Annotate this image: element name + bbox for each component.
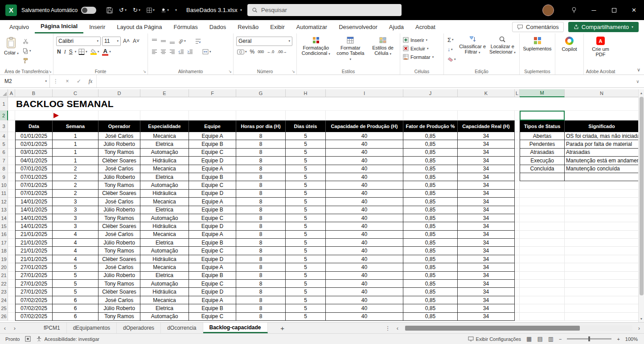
table-cell[interactable]: 40	[326, 206, 403, 214]
cell-A2[interactable]	[8, 111, 15, 120]
table-cell[interactable]: José Carlos	[98, 132, 140, 140]
table-cell[interactable]: Equipe C	[189, 214, 236, 222]
table-cell[interactable]: 03/01/2025	[15, 149, 53, 157]
table-cell[interactable]: 5	[286, 149, 326, 157]
table-cell[interactable]: 27/01/2025	[15, 272, 53, 280]
table-cell[interactable]: 8	[236, 255, 286, 263]
table-cell[interactable]: Tony Ramos	[98, 247, 140, 255]
table-cell[interactable]: 8	[236, 231, 286, 239]
table-cell[interactable]: 0,85	[403, 280, 458, 288]
cell-A19[interactable]	[8, 255, 15, 263]
format-painter-button[interactable]	[22, 57, 32, 65]
cell-L11[interactable]	[515, 190, 520, 198]
row-header-6[interactable]: 6	[0, 149, 8, 157]
cell-L3[interactable]	[515, 120, 520, 132]
table-cell[interactable]: Equipe D	[189, 255, 236, 263]
display-settings-button[interactable]: Exibir Configurações	[468, 336, 521, 342]
ribbon-tab-layout-da-p-gina[interactable]: Layout da Página	[111, 20, 168, 33]
table-cell[interactable]: Equipe A	[189, 165, 236, 173]
cell-C2[interactable]	[53, 111, 98, 120]
cell-N25[interactable]	[565, 304, 639, 312]
table-cell[interactable]: 1	[53, 149, 98, 157]
table-cell[interactable]: 1	[53, 132, 98, 140]
table-cell[interactable]: Tony Ramos	[98, 280, 140, 288]
insert-cells-button[interactable]: Inserir▾	[403, 36, 441, 44]
ribbon-tab-f-rmulas[interactable]: Fórmulas	[168, 20, 204, 33]
cell-L9[interactable]	[515, 173, 520, 181]
table-cell[interactable]: Hidráulica	[140, 190, 189, 198]
table-cell[interactable]: 0,85	[403, 239, 458, 247]
table-cell[interactable]: 0,85	[403, 222, 458, 230]
table-cell[interactable]: 0,85	[403, 181, 458, 189]
table-cell[interactable]: Equipe C	[189, 247, 236, 255]
cell-L7[interactable]	[515, 157, 520, 165]
row-header-13[interactable]: 13	[0, 206, 8, 214]
table-header-cell[interactable]: Dias úteis	[286, 120, 326, 132]
table-cell[interactable]: Hidráulica	[140, 157, 189, 165]
table-cell[interactable]: Equipe A	[189, 132, 236, 140]
cell-N21[interactable]	[565, 272, 639, 280]
table-cell[interactable]: 5	[286, 255, 326, 263]
ribbon-tab-desenvolvedor[interactable]: Desenvolvedor	[333, 20, 383, 33]
column-header-I[interactable]: I	[326, 89, 403, 97]
table-cell[interactable]: 34	[458, 132, 515, 140]
table-cell[interactable]: Automação	[140, 149, 189, 157]
table-cell[interactable]: 40	[326, 239, 403, 247]
dialog-launcher-icon[interactable]: ↘	[228, 69, 232, 74]
table-cell[interactable]: Equipe B	[189, 239, 236, 247]
cell-A16[interactable]	[8, 231, 15, 239]
share-button[interactable]: Compartilhamento ▾	[568, 22, 639, 32]
borders-button[interactable]: ▾	[78, 48, 88, 56]
column-header-K[interactable]: K	[458, 89, 515, 97]
dialog-launcher-icon[interactable]: ↘	[143, 69, 146, 74]
table-cell[interactable]: 8	[236, 239, 286, 247]
table-cell[interactable]: 5	[286, 181, 326, 189]
autosum-button[interactable]: Σ▾	[447, 36, 457, 44]
status-cell[interactable]: Manutenção está em andamento	[565, 157, 639, 165]
table-cell[interactable]: Equipe A	[189, 231, 236, 239]
row-header-10[interactable]: 10	[0, 181, 8, 189]
status-cell[interactable]: Execução	[520, 157, 565, 165]
status-cell[interactable]: Parada por falta de material	[565, 140, 639, 148]
table-cell[interactable]: 0,85	[403, 272, 458, 280]
table-cell[interactable]: 8	[236, 149, 286, 157]
table-cell[interactable]: 3	[53, 222, 98, 230]
minimize-button[interactable]: ─	[584, 0, 604, 20]
table-cell[interactable]: Equipe C	[189, 313, 236, 321]
table-cell[interactable]: 5	[286, 222, 326, 230]
table-cell[interactable]: 14/01/2025	[15, 198, 53, 206]
column-header-H[interactable]: H	[286, 89, 326, 97]
cell-I2[interactable]	[326, 111, 403, 120]
cell-M22[interactable]	[520, 280, 565, 288]
table-cell[interactable]: 14/01/2025	[15, 222, 53, 230]
font-name-select[interactable]: Calibri▾	[56, 37, 101, 46]
paste-button[interactable]: Colar ▾	[3, 36, 20, 65]
table-cell[interactable]: 8	[236, 206, 286, 214]
status-header-cell[interactable]: Significado	[565, 120, 639, 132]
table-cell[interactable]: 40	[326, 214, 403, 222]
cell-L4[interactable]	[515, 132, 520, 140]
fill-color-button[interactable]: ▾	[90, 48, 100, 56]
maximize-button[interactable]	[604, 0, 624, 20]
accessibility-checker-button[interactable]: Acessibilidade: investigar	[36, 336, 99, 342]
table-cell[interactable]: 34	[458, 173, 515, 181]
increase-indent-button[interactable]	[186, 48, 194, 56]
row-header-1[interactable]: 1	[0, 97, 8, 111]
cell-A4[interactable]	[8, 132, 15, 140]
cell-M18[interactable]	[520, 247, 565, 255]
increase-font-button[interactable]: A˄	[122, 37, 131, 45]
table-cell[interactable]: 07/01/2025	[15, 165, 53, 173]
cell-A11[interactable]	[8, 190, 15, 198]
table-cell[interactable]: Mecanica	[140, 165, 189, 173]
table-cell[interactable]: 34	[458, 313, 515, 321]
sheet-tab-backlog-capacidade[interactable]: Backlog-capacidade	[203, 323, 268, 333]
table-cell[interactable]: Cléber Soares	[98, 255, 140, 263]
cell-M12[interactable]	[520, 198, 565, 206]
table-cell[interactable]: 5	[286, 206, 326, 214]
format-cells-button[interactable]: Formatar▾	[403, 53, 441, 61]
table-cell[interactable]: Automação	[140, 313, 189, 321]
cell-L26[interactable]	[515, 313, 520, 321]
table-cell[interactable]: 6	[53, 296, 98, 304]
table-cell[interactable]: Cléber Soares	[98, 288, 140, 296]
table-cell[interactable]: 40	[326, 198, 403, 206]
